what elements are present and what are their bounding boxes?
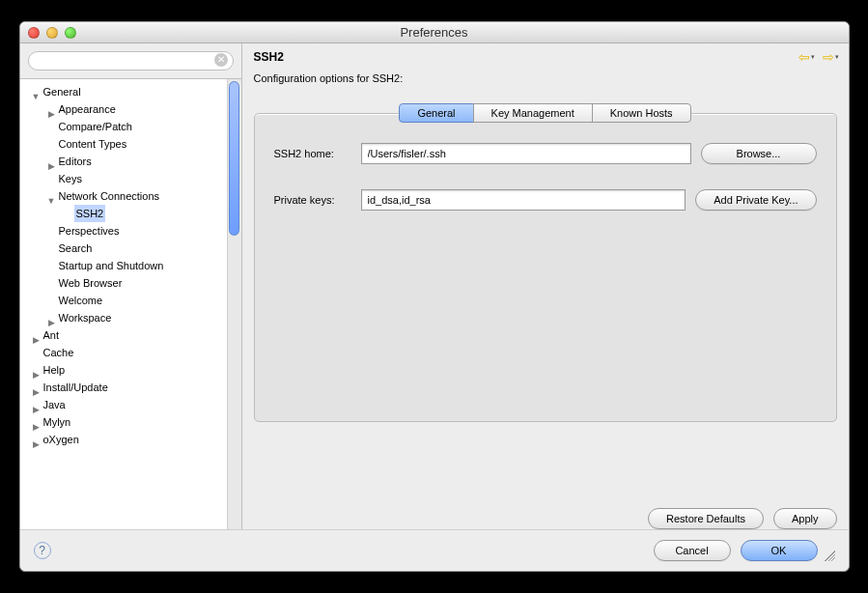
- filter-input[interactable]: [28, 51, 234, 71]
- close-window-button[interactable]: [28, 27, 40, 39]
- chevron-right-icon: ▶: [32, 366, 41, 375]
- tree-item-keys[interactable]: Keys: [45, 170, 226, 187]
- tab-known-hosts[interactable]: Known Hosts: [592, 103, 691, 123]
- clear-search-icon[interactable]: ✕: [214, 53, 228, 67]
- ssh2-home-label: SSH2 home:: [274, 148, 351, 159]
- tree-item-search[interactable]: Search: [45, 240, 226, 257]
- chevron-right-icon: ▶: [47, 157, 56, 166]
- help-icon[interactable]: ?: [34, 542, 51, 559]
- zoom-window-button[interactable]: [65, 27, 76, 39]
- page-subtitle: Configuration options for SSH2:: [242, 67, 849, 94]
- preference-tree[interactable]: ▼General ▶Appearance Compare/Patch Conte…: [20, 79, 241, 529]
- dialog-footer: ? Cancel OK: [20, 529, 849, 571]
- tree-item-general[interactable]: ▼General: [30, 83, 226, 100]
- window-title: Preferences: [20, 25, 849, 40]
- minimize-window-button[interactable]: [46, 27, 58, 39]
- ok-button[interactable]: OK: [741, 540, 818, 561]
- forward-button[interactable]: ⇨▾: [823, 49, 839, 65]
- tree-item-editors[interactable]: ▶Editors: [45, 153, 226, 170]
- window-controls: [28, 27, 76, 39]
- tree-item-content-types[interactable]: Content Types: [45, 135, 226, 153]
- dropdown-icon: ▾: [811, 53, 815, 61]
- chevron-down-icon: ▼: [47, 192, 56, 201]
- dropdown-icon: ▾: [835, 53, 839, 61]
- cancel-button[interactable]: Cancel: [654, 540, 731, 561]
- tab-key-management[interactable]: Key Management: [473, 103, 593, 123]
- titlebar: Preferences: [20, 22, 849, 43]
- tree-item-install-update[interactable]: ▶Install/Update: [30, 379, 226, 396]
- tab-general[interactable]: General: [399, 103, 473, 123]
- page-header: SSH2 ⇦▾ ⇨▾: [242, 43, 849, 67]
- resize-grip-icon[interactable]: [822, 548, 835, 561]
- restore-defaults-button[interactable]: Restore Defaults: [648, 508, 764, 529]
- row-private-keys: Private keys: Add Private Key...: [274, 189, 817, 211]
- tree-item-ssh2[interactable]: SSH2: [61, 205, 226, 222]
- search-wrap: ✕: [20, 43, 241, 79]
- chevron-right-icon: ▶: [32, 383, 41, 392]
- preferences-window: Preferences ✕ ▼General ▶Appearance Compa…: [19, 21, 850, 572]
- back-button[interactable]: ⇦▾: [798, 49, 815, 65]
- tabbar: General Key Management Known Hosts: [254, 103, 837, 123]
- private-keys-label: Private keys:: [274, 194, 351, 206]
- apply-button[interactable]: Apply: [773, 508, 837, 529]
- tree-item-network-connections[interactable]: ▼Network Connections: [45, 187, 226, 205]
- tree-item-welcome[interactable]: Welcome: [45, 292, 226, 309]
- tree-item-web-browser[interactable]: Web Browser: [45, 274, 226, 292]
- tree-item-workspace[interactable]: ▶Workspace: [45, 309, 226, 326]
- sidebar: ✕ ▼General ▶Appearance Compare/Patch Con…: [20, 43, 242, 529]
- chevron-right-icon: ▶: [32, 331, 41, 340]
- chevron-right-icon: ▶: [47, 314, 56, 323]
- tree-item-perspectives[interactable]: Perspectives: [45, 222, 226, 240]
- preference-page: SSH2 ⇦▾ ⇨▾ Configuration options for SSH…: [242, 43, 849, 529]
- tree-item-cache[interactable]: Cache: [30, 344, 226, 361]
- tree-item-appearance[interactable]: ▶Appearance: [45, 100, 226, 118]
- private-keys-input[interactable]: [361, 189, 686, 211]
- tree-item-mylyn[interactable]: ▶Mylyn: [30, 413, 226, 431]
- add-private-key-button[interactable]: Add Private Key...: [695, 189, 816, 211]
- page-footer: Restore Defaults Apply: [242, 498, 849, 529]
- ssh2-panel: General Key Management Known Hosts SSH2 …: [254, 94, 837, 498]
- tree-item-startup-shutdown[interactable]: Startup and Shutdown: [45, 257, 226, 274]
- tree-item-help[interactable]: ▶Help: [30, 361, 226, 379]
- page-title: SSH2: [254, 50, 284, 64]
- scrollbar-thumb[interactable]: [229, 81, 239, 236]
- tree-item-ant[interactable]: ▶Ant: [30, 326, 226, 344]
- chevron-right-icon: ▶: [47, 105, 56, 114]
- chevron-right-icon: ▶: [32, 401, 41, 409]
- tree-item-oxygen[interactable]: ▶oXygen: [30, 431, 226, 448]
- main-split: ✕ ▼General ▶Appearance Compare/Patch Con…: [20, 43, 849, 529]
- browse-button[interactable]: Browse...: [701, 143, 817, 164]
- tree-item-compare-patch[interactable]: Compare/Patch: [45, 118, 226, 135]
- chevron-right-icon: ▶: [32, 436, 41, 444]
- page-nav: ⇦▾ ⇨▾: [798, 49, 839, 65]
- content-area: ✕ ▼General ▶Appearance Compare/Patch Con…: [20, 43, 849, 571]
- tab-content-general: SSH2 home: Browse... Private keys: Add P…: [254, 113, 837, 422]
- tree-item-java[interactable]: ▶Java: [30, 396, 226, 413]
- row-ssh2-home: SSH2 home: Browse...: [274, 143, 817, 164]
- chevron-down-icon: ▼: [32, 88, 41, 97]
- chevron-right-icon: ▶: [32, 418, 41, 427]
- ssh2-home-input[interactable]: [361, 143, 691, 164]
- tree-scrollbar[interactable]: [227, 79, 241, 529]
